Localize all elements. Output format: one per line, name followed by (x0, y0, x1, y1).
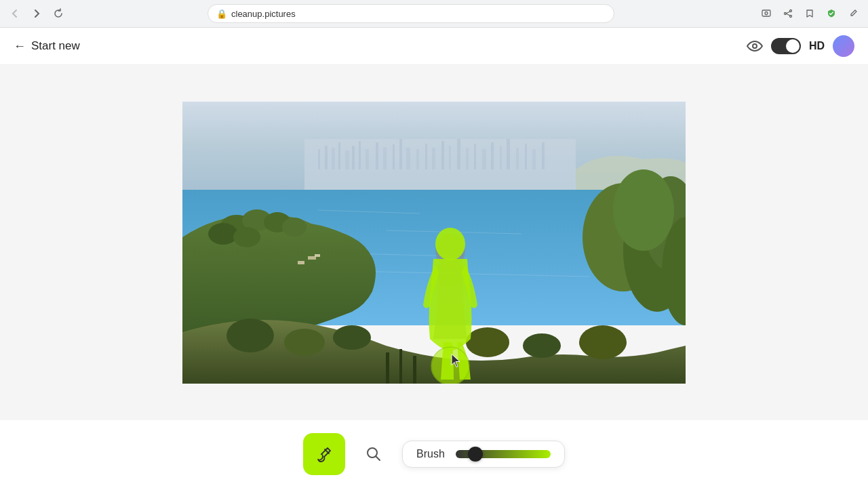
lock-icon: 🔒 (216, 9, 227, 19)
svg-point-60 (523, 333, 561, 358)
back-arrow-icon: ← (14, 39, 26, 54)
header-right: HD (747, 35, 854, 57)
svg-rect-12 (345, 150, 349, 169)
svg-point-56 (226, 319, 274, 352)
image-wrapper (182, 102, 686, 384)
svg-point-4 (785, 13, 787, 15)
svg-rect-11 (338, 142, 340, 169)
svg-rect-20 (406, 148, 410, 169)
svg-point-47 (233, 227, 260, 247)
svg-point-59 (466, 327, 509, 357)
svg-rect-33 (516, 148, 519, 169)
svg-point-66 (435, 228, 465, 260)
svg-rect-62 (386, 352, 389, 384)
svg-rect-0 (762, 10, 770, 16)
svg-rect-10 (332, 148, 335, 169)
svg-rect-34 (525, 144, 527, 169)
svg-point-3 (790, 16, 792, 18)
svg-rect-9 (325, 146, 328, 169)
brush-label: Brush (416, 448, 445, 460)
svg-rect-35 (532, 149, 536, 169)
svg-rect-50 (298, 261, 304, 264)
landscape-image (182, 102, 686, 384)
svg-rect-25 (449, 146, 451, 169)
screenshot-ext-icon[interactable] (757, 4, 776, 23)
brush-panel: Brush (402, 441, 565, 468)
svg-rect-14 (359, 141, 361, 169)
brush-tool-button[interactable] (303, 433, 345, 475)
extension-icons (757, 4, 863, 23)
svg-rect-63 (399, 349, 402, 384)
toggle-knob (786, 39, 800, 53)
eye-icon (747, 38, 763, 54)
url-text: cleanup.pictures (231, 9, 296, 19)
svg-point-2 (790, 10, 792, 12)
svg-rect-31 (500, 146, 502, 169)
reload-button[interactable] (49, 4, 68, 23)
svg-rect-22 (425, 144, 427, 169)
svg-point-67 (431, 347, 469, 384)
forward-button[interactable] (27, 4, 46, 23)
brush-slider-knob (468, 447, 483, 462)
browser-chrome: 🔒 cleanup.pictures (0, 0, 868, 28)
search-button[interactable] (359, 439, 389, 469)
pen-ext-icon[interactable] (844, 4, 863, 23)
svg-point-5 (753, 44, 757, 48)
svg-rect-18 (393, 144, 395, 169)
svg-rect-36 (542, 142, 545, 169)
svg-rect-21 (416, 149, 419, 169)
svg-point-46 (208, 223, 238, 245)
bottom-toolbar: Brush (0, 420, 868, 488)
svg-rect-15 (366, 149, 369, 169)
browser-toolbar: 🔒 cleanup.pictures (0, 0, 868, 27)
hd-label[interactable]: HD (809, 40, 825, 52)
user-avatar[interactable] (833, 35, 854, 57)
svg-point-1 (765, 12, 768, 15)
svg-rect-24 (441, 141, 444, 169)
svg-rect-49 (308, 256, 316, 260)
svg-rect-30 (491, 142, 494, 169)
svg-point-57 (284, 329, 325, 356)
search-icon (366, 446, 382, 462)
brush-size-slider[interactable] (456, 450, 551, 458)
svg-rect-26 (457, 139, 460, 169)
app-container: ← Start new HD (0, 28, 868, 488)
svg-point-54 (613, 169, 674, 251)
svg-rect-13 (352, 146, 355, 169)
start-new-button[interactable]: ← Start new (14, 39, 80, 54)
svg-rect-23 (432, 148, 435, 169)
svg-rect-17 (383, 147, 387, 169)
svg-rect-8 (318, 149, 320, 169)
address-bar[interactable]: 🔒 cleanup.pictures (208, 4, 614, 23)
svg-rect-28 (474, 144, 476, 169)
start-new-label: Start new (31, 39, 80, 53)
image-area[interactable] (0, 65, 868, 420)
toggle-switch[interactable] (771, 38, 801, 54)
svg-rect-64 (413, 356, 416, 384)
share-ext-icon[interactable] (778, 4, 797, 23)
back-button[interactable] (5, 4, 24, 23)
app-header: ← Start new HD (0, 28, 868, 65)
svg-rect-19 (399, 139, 402, 169)
svg-point-45 (282, 218, 307, 237)
bookmark-icon[interactable] (800, 4, 819, 23)
svg-point-58 (333, 325, 371, 350)
svg-rect-27 (466, 148, 469, 169)
svg-point-61 (579, 325, 627, 359)
svg-rect-29 (482, 149, 486, 169)
eye-button[interactable] (747, 38, 763, 54)
brush-icon (315, 445, 333, 463)
svg-rect-16 (376, 142, 378, 169)
svg-rect-32 (507, 139, 510, 169)
shield-icon[interactable] (822, 4, 841, 23)
